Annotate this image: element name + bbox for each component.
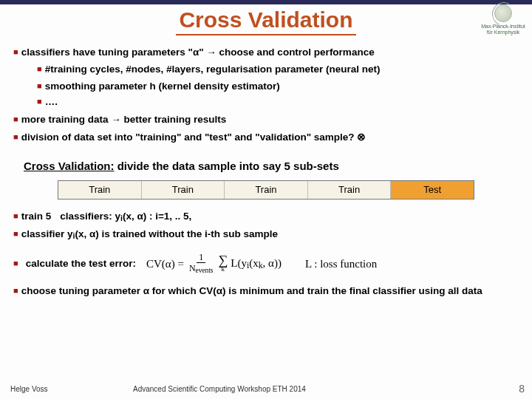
- footer: Helge Voss Advanced Scientific Computing…: [0, 383, 532, 395]
- bullet-icon: ■: [13, 259, 18, 267]
- cv-seg-train-1: Train: [58, 181, 142, 199]
- bullet-icon: ■: [37, 97, 42, 106]
- bullet-icon: ■: [13, 47, 18, 56]
- formula-frac: 1 Nevents: [187, 253, 216, 274]
- bullet-text: classifiers have tuning parameters "α" →…: [21, 47, 375, 58]
- formula-note: L : loss function: [305, 256, 377, 271]
- txt: classifier y: [21, 228, 73, 239]
- txt: train 5: [21, 211, 52, 222]
- bullet-test-error: ■calculate the test error: CV(α) = 1 Nev…: [13, 253, 519, 274]
- formula-sum: ∑ k: [218, 255, 228, 272]
- bullet-icon: ■: [13, 229, 18, 238]
- bullet-sub-smoothing: ■smoothing parameter h (kernel density e…: [37, 80, 519, 93]
- bullet-classifiers: ■classifiers have tuning parameters "α" …: [13, 46, 519, 59]
- bullet-classifier-trained-without: ■classifier yi(x, α) is trained without …: [13, 228, 519, 241]
- cv-seg-train-3: Train: [225, 181, 308, 199]
- cv-heading-rest: divide the data sample into say 5 sub-se…: [115, 160, 339, 172]
- bullet-division: ■division of data set into "training" an…: [13, 131, 519, 144]
- bullet-text: ….: [45, 96, 58, 107]
- formula-lhs: CV(α) =: [146, 256, 184, 271]
- formula-rhs: L(yi(xk, α)): [231, 256, 282, 272]
- bullet-icon: ■: [37, 81, 42, 90]
- logo-text-2: für Kernphysik: [479, 30, 528, 35]
- cv-split-bar: Train Train Train Train Test: [58, 180, 474, 200]
- content: ■classifiers have tuning parameters "α" …: [0, 35, 532, 299]
- txt: (x, α) is trained without the i-th sub s…: [75, 228, 278, 239]
- footer-author: Helge Voss: [0, 385, 111, 393]
- bullet-text: division of data set into "training" and…: [21, 132, 366, 143]
- bullet-icon: ■: [13, 115, 18, 123]
- cv-seg-train-2: Train: [142, 181, 225, 199]
- slide-title: Cross Validation: [176, 7, 355, 35]
- frac-den: Nevents: [187, 263, 216, 274]
- sum-lower: k: [222, 267, 225, 273]
- bullet-text: more training data → better training res…: [21, 114, 227, 125]
- bullet-train5: ■train 5classifiers: yi(x, α) : i=1, .. …: [13, 210, 519, 223]
- bullet-text: choose tuning parameter α for which CV(α…: [21, 285, 482, 296]
- footer-conference: Advanced Scientific Computing Workshop E…: [111, 385, 510, 393]
- txt: calculate the test error:: [26, 258, 136, 269]
- cv-seg-train-4: Train: [308, 181, 392, 199]
- bullet-icon: ■: [13, 286, 18, 295]
- bullet-icon: ■: [13, 132, 18, 141]
- cv-heading-underline: Cross Validation:: [24, 160, 115, 172]
- bullet-icon: ■: [37, 64, 42, 73]
- bullet-choose-tuning: ■choose tuning parameter α for which CV(…: [13, 284, 519, 298]
- logo-circle: [494, 4, 512, 22]
- bullet-sub-training-cycles: ■#training cycles, #nodes, #layers, regu…: [37, 63, 519, 76]
- cv-formula: CV(α) = 1 Nevents ∑ k L(yi(xk, α)): [146, 253, 282, 274]
- header: Cross Validation Max-Planck-Institut für…: [0, 4, 532, 35]
- bullet-text: #training cycles, #nodes, #layers, regul…: [45, 64, 381, 75]
- cv-heading: Cross Validation: divide the data sample…: [24, 159, 519, 174]
- page-number: 8: [510, 383, 532, 395]
- bullet-text: smoothing parameter h (kernel density es…: [45, 81, 280, 92]
- institute-logo: Max-Planck-Institut für Kernphysik: [479, 4, 528, 37]
- bullet-icon: ■: [13, 211, 18, 220]
- txt: (x, α) : i=1, .. 5,: [123, 211, 191, 222]
- frac-num: 1: [197, 253, 205, 263]
- cv-seg-test: Test: [391, 181, 474, 199]
- bullet-sub-etc: ■….: [37, 95, 519, 109]
- bullet-more-training: ■more training data → better training re…: [13, 113, 519, 126]
- txt: classifiers: y: [60, 211, 120, 222]
